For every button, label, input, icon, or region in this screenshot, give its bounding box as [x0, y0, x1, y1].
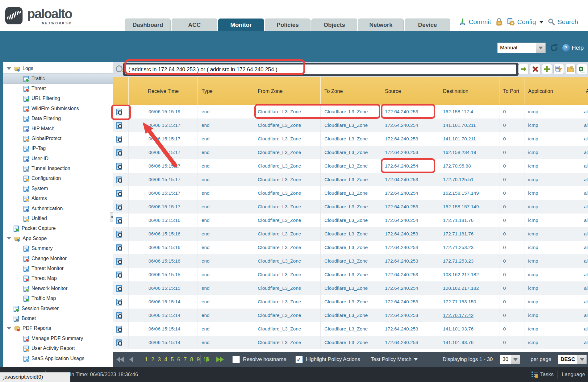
cell-to-port[interactable]: 0 [499, 186, 524, 200]
cell-destination[interactable]: 141.101.93.76 [439, 322, 499, 336]
sidebar-item-network-monitor[interactable]: Network Monitor [3, 284, 113, 293]
log-filter-input[interactable] [125, 64, 516, 74]
cell-from-zone[interactable]: Cloudflare_L3_Zone [254, 186, 321, 200]
cell-source[interactable]: 172.64.240.253 [381, 173, 439, 186]
cell-source[interactable]: 172.64.240.253 [381, 146, 439, 159]
cell-to-zone[interactable]: Cloudflare_L3_Zone [321, 186, 381, 200]
cell-from-zone[interactable]: Cloudflare_L3_Zone [254, 118, 321, 132]
cell-application[interactable]: icmp [524, 295, 582, 309]
sort-order-select[interactable]: DESC [558, 355, 587, 364]
column-header-source[interactable]: Source [381, 77, 439, 105]
cell-from-zone[interactable]: Cloudflare_L3_Zone [254, 309, 321, 322]
cell-action[interactable]: allow [582, 227, 588, 241]
expander-triangle-icon[interactable] [7, 327, 11, 330]
sidebar-item-traffic[interactable]: Traffic [3, 73, 113, 83]
cell-to-port[interactable]: 0 [499, 118, 524, 132]
sidebar-item-botnet[interactable]: Botnet [3, 313, 113, 323]
cell-application[interactable]: icmp [524, 336, 582, 349]
tab-device[interactable]: Device [405, 19, 450, 31]
cell-destination[interactable]: 162.158.157.149 [439, 186, 499, 200]
cell-to-port[interactable]: 0 [499, 105, 524, 118]
cell-action[interactable]: allow [582, 281, 588, 295]
cell-detail[interactable] [113, 186, 129, 200]
tab-monitor[interactable]: Monitor [218, 19, 264, 31]
page-number-8[interactable]: 8 [190, 352, 193, 367]
cell-application[interactable]: icmp [524, 322, 582, 336]
sidebar-item-system[interactable]: System [3, 184, 113, 193]
cell-detail[interactable] [113, 214, 129, 227]
sidebar-item-threat-map[interactable]: Threat Map [3, 273, 113, 283]
tab-objects[interactable]: Objects [311, 19, 357, 31]
log-detail-icon[interactable] [116, 285, 122, 291]
cell-detail[interactable] [113, 227, 129, 241]
sidebar-item-summary[interactable]: Summary [3, 243, 113, 253]
cell-action[interactable]: allow [582, 322, 588, 336]
cell-destination[interactable]: 108.162.217.182 [439, 281, 499, 295]
cell-detail[interactable] [113, 118, 129, 132]
sidebar-item-data-filtering[interactable]: Data Filtering [3, 114, 113, 123]
cell-application[interactable]: icmp [524, 159, 582, 173]
cell-action[interactable]: allow [582, 268, 588, 281]
cell-action[interactable]: allow [582, 173, 588, 186]
column-header-type[interactable]: Type [198, 77, 254, 105]
log-detail-icon[interactable] [116, 163, 122, 169]
cell-from-zone[interactable]: Cloudflare_L3_Zone [254, 336, 321, 349]
cell-from-zone[interactable]: Cloudflare_L3_Zone [254, 227, 321, 241]
cell-detail[interactable] [113, 146, 129, 159]
cell-application[interactable]: icmp [524, 214, 582, 227]
add-filter-button[interactable] [542, 64, 552, 74]
cell-to-zone[interactable]: Cloudflare_L3_Zone [321, 295, 381, 309]
sidebar-item-hip-match[interactable]: HIP Match [3, 123, 113, 133]
page-number-7[interactable]: 7 [184, 352, 187, 367]
cell-destination[interactable]: 162.158.157.149 [439, 200, 499, 214]
refresh-interval-select[interactable]: Manual [497, 43, 546, 53]
cell-from-zone[interactable]: Cloudflare_L3_Zone [254, 132, 321, 146]
cell-action[interactable]: allow [582, 241, 588, 254]
cell-from-zone[interactable]: Cloudflare_L3_Zone [254, 173, 321, 186]
cell-to-zone[interactable]: Cloudflare_L3_Zone [321, 173, 381, 186]
cell-action[interactable]: allow [582, 105, 588, 118]
language-button[interactable]: Language [562, 367, 585, 382]
cell-destination[interactable]: 162.158.117.4 [439, 105, 499, 118]
cell-source[interactable]: 172.64.240.253 [381, 105, 439, 118]
config-menu[interactable]: Config [507, 18, 544, 26]
cell-action[interactable]: allow [582, 309, 588, 322]
log-detail-icon[interactable] [116, 122, 122, 128]
sidebar-item-threat-monitor[interactable]: Threat Monitor [3, 264, 113, 273]
log-detail-icon[interactable] [116, 272, 122, 278]
sidebar-item-alarms[interactable]: Alarms [3, 193, 113, 203]
cell-to-zone[interactable]: Cloudflare_L3_Zone [321, 105, 381, 118]
cell-to-port[interactable]: 0 [499, 336, 524, 349]
highlight-policy-checkbox[interactable] [295, 356, 303, 363]
tab-network[interactable]: Network [358, 19, 404, 31]
cell-to-port[interactable]: 0 [499, 200, 524, 214]
cell-to-zone[interactable]: Cloudflare_L3_Zone [321, 281, 381, 295]
log-detail-icon[interactable] [116, 231, 122, 237]
cell-application[interactable]: icmp [524, 132, 582, 146]
cell-action[interactable]: allow [582, 254, 588, 268]
cell-detail[interactable] [113, 295, 129, 309]
sidebar-item-pdf-reports[interactable]: PDF Reports [3, 323, 113, 333]
cell-from-zone[interactable]: Cloudflare_L3_Zone [254, 254, 321, 268]
expander-triangle-icon[interactable] [7, 237, 11, 240]
clear-filter-button[interactable] [530, 64, 540, 74]
refresh-icon[interactable] [549, 43, 559, 52]
cell-application[interactable]: icmp [524, 268, 582, 281]
log-detail-icon[interactable] [116, 339, 122, 346]
sidebar-item-globalprotect[interactable]: GlobalProtect [3, 134, 113, 143]
cell-to-zone[interactable]: Cloudflare_L3_Zone [321, 254, 381, 268]
cell-source[interactable]: 172.64.240.254 [381, 118, 439, 132]
cell-detail[interactable] [113, 241, 129, 254]
cell-destination[interactable]: 172.71.253.23 [439, 241, 499, 254]
page-number-9[interactable]: 9 [197, 352, 200, 367]
cell-source[interactable]: 172.64.240.254 [381, 159, 439, 173]
cell-to-zone[interactable]: Cloudflare_L3_Zone [321, 146, 381, 159]
cell-detail[interactable] [113, 173, 129, 186]
log-detail-icon[interactable] [116, 312, 122, 318]
load-filter-button[interactable] [565, 64, 576, 74]
tab-dashboard[interactable]: Dashboard [125, 19, 171, 31]
tasks-button[interactable]: Tasks [540, 367, 553, 382]
cell-to-port[interactable]: 0 [499, 254, 524, 268]
last-page-button[interactable] [216, 352, 224, 367]
cell-from-zone[interactable]: Cloudflare_L3_Zone [254, 159, 321, 173]
